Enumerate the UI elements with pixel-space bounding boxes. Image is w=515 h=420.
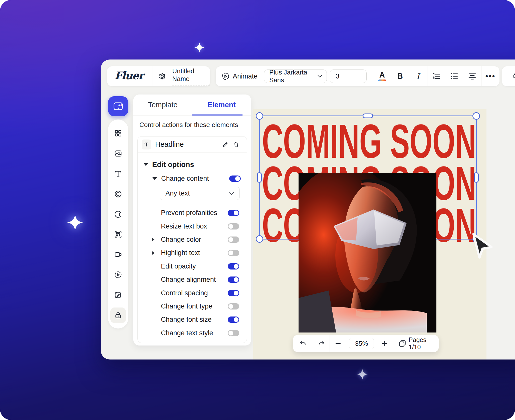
- delete-element-button[interactable]: [231, 139, 242, 150]
- toggle-row[interactable]: Change font type: [138, 300, 247, 313]
- toggle-switch[interactable]: [228, 316, 239, 323]
- toggle-knob: [234, 317, 238, 322]
- change-content-row[interactable]: Change content: [152, 175, 241, 182]
- pages-icon: [398, 339, 407, 348]
- portrait-photo[interactable]: [299, 173, 436, 332]
- print-button[interactable]: [502, 66, 515, 86]
- toggle-row[interactable]: Change color: [138, 233, 247, 246]
- any-text-select[interactable]: Any text: [160, 187, 240, 200]
- sidebar-item-video[interactable]: [110, 247, 126, 262]
- document-name-field[interactable]: Untitled Name: [172, 67, 210, 86]
- printer-icon: [512, 72, 515, 81]
- sidebar-item-qr-code[interactable]: [110, 226, 126, 242]
- toggle-row[interactable]: Resize text box: [138, 220, 247, 233]
- animate-button[interactable]: Animate: [216, 72, 264, 80]
- font-name-value: Plus Jarkarta Sans: [269, 68, 317, 84]
- font-family-select[interactable]: Plus Jarkarta Sans: [264, 70, 327, 83]
- pages-button[interactable]: [394, 339, 410, 348]
- toggle-row[interactable]: Change text style: [138, 326, 247, 340]
- undo-button[interactable]: [293, 340, 313, 347]
- edit-element-button[interactable]: [220, 139, 231, 150]
- chevron-down-icon: [317, 74, 322, 78]
- cursor-arrow-icon: [470, 232, 496, 261]
- sparkle-star-bottom: [357, 369, 368, 380]
- sidebar-item-shapes[interactable]: [110, 206, 126, 222]
- font-size-input[interactable]: 3: [330, 70, 367, 83]
- expand-arrow-icon: [152, 251, 154, 255]
- plus-icon: [381, 340, 388, 347]
- toggle-switch[interactable]: [228, 263, 239, 270]
- zoom-level-value: 35%: [355, 340, 368, 348]
- bold-button[interactable]: B: [391, 68, 409, 84]
- toggle-switch[interactable]: [228, 330, 239, 336]
- zoom-level-field[interactable]: 35%: [349, 338, 374, 349]
- zoom-in-button[interactable]: [377, 340, 393, 347]
- trash-icon: [233, 141, 239, 148]
- minus-icon: [335, 340, 341, 347]
- settings-button[interactable]: [152, 66, 172, 86]
- toggle-knob: [234, 210, 238, 215]
- sidebar-item-ai-generator[interactable]: AI: [108, 96, 128, 116]
- resize-handle-top-middle[interactable]: [363, 114, 373, 118]
- tab-template[interactable]: Template: [133, 94, 192, 115]
- sidebar-item-text[interactable]: [110, 166, 126, 182]
- toggle-label: Edit opacity: [161, 262, 228, 270]
- bulleted-list-button[interactable]: [445, 68, 463, 84]
- toggle-switch[interactable]: [228, 223, 239, 230]
- any-text-value: Any text: [165, 190, 190, 197]
- app-window: Fluer Untitled Name: [101, 60, 515, 360]
- resize-handle-bottom-left[interactable]: [256, 235, 263, 243]
- sidebar-item-templates[interactable]: [110, 126, 126, 141]
- sidebar-item-animate[interactable]: [110, 267, 126, 282]
- text-color-icon: A: [379, 71, 385, 79]
- toggle-row[interactable]: Control spacing: [138, 286, 247, 300]
- toggle-switch[interactable]: [228, 290, 239, 296]
- canvas-toolbar: 35% Pages 1/10: [293, 335, 439, 352]
- design-canvas[interactable]: COMING SOON COMING SOON COMING SOON: [253, 109, 486, 360]
- sidebar-item-images[interactable]: [110, 146, 126, 161]
- toggle-switch[interactable]: [228, 250, 239, 256]
- collapse-arrow-icon: [144, 163, 148, 166]
- toggle-row[interactable]: Edit opacity: [138, 260, 247, 273]
- toggle-switch[interactable]: [228, 210, 239, 216]
- sidebar-item-lock[interactable]: [110, 308, 126, 323]
- numbered-list-button[interactable]: [427, 68, 445, 84]
- zoom-out-button[interactable]: [330, 340, 346, 347]
- text-color-button[interactable]: A: [373, 68, 391, 84]
- toggle-knob: [228, 331, 233, 336]
- toggle-row[interactable]: Prevent profanities: [138, 206, 247, 220]
- redo-button[interactable]: [313, 340, 330, 347]
- ai-sparkle-icon: AI: [113, 101, 124, 112]
- toggle-switch[interactable]: [228, 236, 239, 243]
- expand-arrow-icon: [152, 237, 154, 242]
- resize-handle-top-left[interactable]: [256, 112, 263, 120]
- text-icon: [144, 142, 149, 147]
- sparkle-star-left: [67, 214, 83, 230]
- toggle-switch[interactable]: [228, 303, 239, 310]
- align-center-icon: [468, 72, 476, 80]
- more-options-button[interactable]: •••: [481, 68, 499, 84]
- change-content-label: Change content: [161, 175, 229, 182]
- toggle-row[interactable]: Highlight text: [138, 246, 247, 260]
- toggle-label: Change font size: [161, 316, 228, 324]
- toggle-label: Change color: [161, 236, 228, 244]
- align-center-button[interactable]: [463, 68, 481, 84]
- sidebar-item-draw[interactable]: [110, 287, 126, 303]
- toggle-row[interactable]: Change font size: [138, 313, 247, 326]
- tab-element[interactable]: Element: [192, 94, 251, 115]
- resize-handle-right-middle[interactable]: [474, 172, 479, 183]
- gear-icon: [158, 72, 167, 81]
- mouse-cursor: [470, 232, 496, 261]
- resize-handle-top-right[interactable]: [472, 112, 480, 120]
- toolbar-left-group: Fluer Untitled Name: [107, 66, 210, 86]
- sparkle-star-top: [194, 42, 204, 52]
- toggle-label: Resize text box: [161, 222, 228, 230]
- headline-row[interactable]: Headline: [138, 136, 247, 152]
- resize-handle-left-middle[interactable]: [257, 172, 262, 183]
- toggle-switch[interactable]: [228, 276, 239, 283]
- italic-button[interactable]: I: [409, 68, 427, 84]
- toggle-row[interactable]: Change alignment: [138, 273, 247, 286]
- edit-options-section[interactable]: Edit options: [144, 160, 247, 169]
- sidebar-item-copyright[interactable]: [110, 186, 126, 202]
- change-content-toggle[interactable]: [229, 176, 241, 182]
